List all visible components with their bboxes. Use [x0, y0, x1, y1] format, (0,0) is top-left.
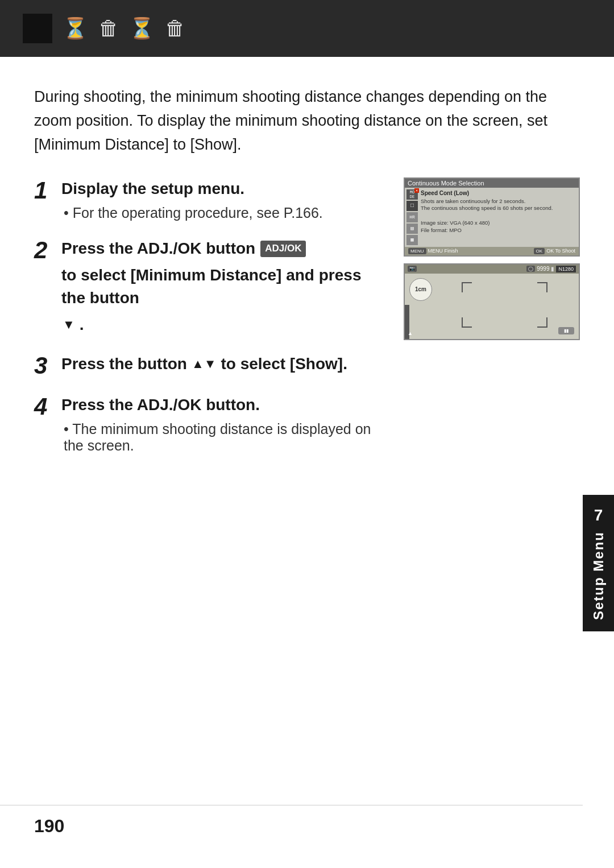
menu-icon-hr: HR: [406, 212, 418, 222]
step-3-content: Press the button ▲▼ to select [Show].: [61, 353, 381, 376]
screen-footer: MENU MENU Finish OK OK To Shoot: [405, 247, 579, 255]
step-3-title: Press the button ▲▼ to select [Show].: [61, 353, 381, 376]
step-3-title-part1: Press the button: [61, 353, 187, 376]
down-button-icon: ▼: [63, 316, 75, 334]
screen-detail-title: Speed Cont (Low): [421, 189, 577, 197]
step-4-number: 4: [34, 395, 53, 419]
trash-icon: 🗑: [165, 16, 185, 40]
step-2-content: Press the ADJ./OK button ADJ/OK to selec…: [61, 237, 381, 336]
nav-button-icon: ▲▼: [192, 355, 217, 373]
ok-badge: OK: [534, 248, 545, 254]
x-mark: ✕: [414, 188, 419, 193]
screen-menu-icons: MODE ✕ □ HR ▤ ▦: [406, 189, 419, 245]
step-1: 1 Display the setup menu. For the operat…: [34, 177, 381, 222]
intro-paragraph: During shooting, the minimum shooting di…: [34, 85, 580, 157]
footer-ok: OK OK To Shoot: [534, 248, 575, 254]
af-corner-tr: [537, 282, 547, 292]
vf-camera-icon: 📷: [408, 266, 417, 272]
vf-photo-icon: ◯: [526, 266, 535, 272]
adjok-button-icon: ADJ/OK: [260, 241, 306, 257]
vf-separator: ▮: [551, 266, 554, 272]
vf-top-left: 📷: [408, 266, 417, 272]
footer-menu: MENU MENU Finish: [408, 248, 458, 254]
screen-continuous-mode: Continuous Mode Selection MODE ✕ □ HR: [404, 177, 580, 257]
footer-finish-label: MENU Finish: [428, 248, 458, 254]
main-content: During shooting, the minimum shooting di…: [0, 57, 614, 504]
page-number: 190: [34, 816, 64, 837]
screen-detail: Speed Cont (Low) Shots are taken continu…: [421, 189, 577, 245]
footer-shoot-label: OK To Shoot: [546, 248, 575, 254]
af-corner-bl: [462, 317, 472, 328]
step-4-content: Press the ADJ./OK button. The minimum sh…: [61, 394, 381, 454]
screen-viewfinder: 📷 ◯ 9999 ▮ N1280 1cm: [404, 263, 580, 340]
header-accent: [23, 14, 52, 43]
vf-top-right: ◯ 9999 ▮ N1280: [526, 266, 576, 272]
screen-title-bar: Continuous Mode Selection: [405, 179, 579, 188]
step-2-title-part1: Press the ADJ./OK button: [61, 237, 255, 261]
step-1-title: Display the setup menu.: [61, 177, 381, 201]
step-2-number: 2: [34, 238, 53, 262]
menu-icon-multi: ▦: [406, 235, 418, 245]
step-3-number: 3: [34, 354, 53, 378]
step-2: 2 Press the ADJ./OK button ADJ/OK to sel…: [34, 237, 381, 336]
vf-shutter-btn: ▮▮: [558, 327, 574, 334]
side-tab-number: 7: [594, 506, 603, 524]
af-corner-br: [537, 317, 547, 328]
vf-battery-icon: ▲: [408, 330, 413, 336]
step-2-title-part2: to select [Minimum Distance] and press t…: [61, 264, 381, 310]
vf-body: 1cm ▮▮ ▲: [405, 274, 579, 339]
vf-top-bar: 📷 ◯ 9999 ▮ N1280: [405, 264, 579, 274]
vf-mode: N1280: [556, 266, 576, 272]
step-1-number: 1: [34, 179, 53, 202]
menu-icon-mode: MODE ✕: [406, 189, 418, 200]
step-3-title-part2: to select [Show].: [221, 353, 347, 376]
steps-area: 1 Display the setup menu. For the operat…: [34, 177, 580, 470]
side-tab-label: Setup Menu: [591, 531, 607, 620]
steps-left: 1 Display the setup menu. For the operat…: [34, 177, 381, 470]
side-tab: 7 Setup Menu: [583, 495, 614, 631]
menu-icon-burst: ▤: [406, 224, 418, 234]
step-4-title: Press the ADJ./OK button.: [61, 394, 381, 417]
bottom-rule: [0, 805, 583, 805]
af-corner-tl: [462, 282, 472, 292]
screen-detail-body: Shots are taken continuously for 2 secon…: [421, 198, 577, 234]
camera-screens: Continuous Mode Selection MODE ✕ □ HR: [404, 177, 580, 340]
header-bar: ⏳ 🗑 ⏳ 🗑: [0, 0, 614, 57]
self-timer-icon: ⏳: [63, 16, 88, 40]
menu-badge: MENU: [408, 248, 426, 254]
step-1-bullet: For the operating procedure, see P.166.: [64, 205, 381, 221]
trash-arrow-icon: 🗑: [98, 16, 119, 40]
screen-body: MODE ✕ □ HR ▤ ▦: [405, 188, 579, 247]
header-icons: ⏳ 🗑 ⏳ 🗑: [23, 14, 185, 43]
self-timer-icon-2: ⏳: [129, 16, 155, 40]
step-3: 3 Press the button ▲▼ to select [Show].: [34, 353, 381, 378]
step-1-content: Display the setup menu. For the operatin…: [61, 177, 381, 222]
vf-count: 9999: [537, 266, 549, 272]
step-4-bullet: The minimum shooting distance is display…: [64, 421, 381, 454]
vf-1cm-label: 1cm: [409, 278, 432, 301]
menu-icon-single: □: [406, 201, 418, 211]
step-2-title: Press the ADJ./OK button ADJ/OK to selec…: [61, 237, 381, 336]
step-4: 4 Press the ADJ./OK button. The minimum …: [34, 394, 381, 454]
step-2-title-part3: .: [80, 313, 84, 337]
